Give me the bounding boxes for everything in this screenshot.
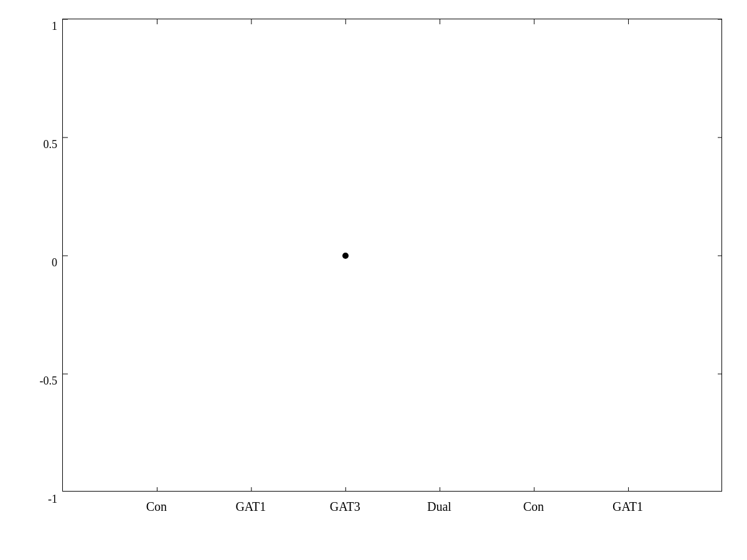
y-tick-label--0.5: -0.5 <box>40 375 58 388</box>
x-axis-labels: ConGAT1GAT3DualConGAT1 <box>62 495 722 532</box>
data-point-gat3 <box>342 253 349 259</box>
x-tick-label-3: Dual <box>427 500 451 514</box>
x-tick-label-2: GAT3 <box>330 500 360 514</box>
y-tick-label-0: 0 <box>52 256 57 269</box>
y-tick-label-0.5: 0.5 <box>44 138 58 151</box>
x-tick-label-1: GAT1 <box>235 500 266 514</box>
chart-area <box>62 19 722 492</box>
y-tick-label-1: 1 <box>52 20 57 33</box>
chart-container: 10.50-0.5-1 ConGAT1GAT3DualConGAT1 <box>0 0 747 560</box>
chart-ticks <box>63 19 721 491</box>
x-tick-label-4: Con <box>523 500 543 514</box>
y-tick-labels: 10.50-0.5-1 <box>34 19 62 492</box>
y-tick-label--1: -1 <box>48 493 57 506</box>
y-axis-label <box>6 19 31 492</box>
x-tick-label-5: GAT1 <box>613 500 643 514</box>
x-tick-label-0: Con <box>146 500 167 514</box>
